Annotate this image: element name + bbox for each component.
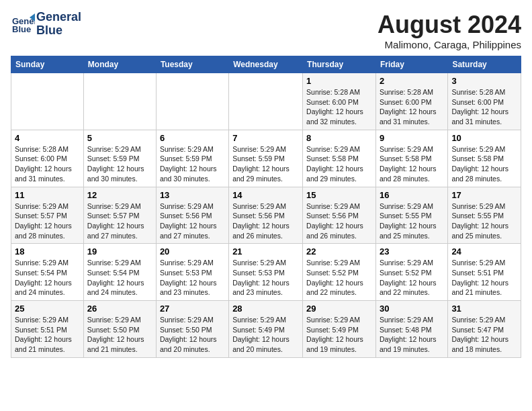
- calendar-cell: 22Sunrise: 5:29 AM Sunset: 5:52 PM Dayli…: [303, 244, 376, 301]
- calendar-table: Sunday Monday Tuesday Wednesday Thursday…: [11, 56, 521, 358]
- day-number: 3: [451, 76, 517, 86]
- calendar-cell: 29Sunrise: 5:29 AM Sunset: 5:49 PM Dayli…: [303, 301, 376, 358]
- header-saturday: Saturday: [448, 56, 521, 73]
- day-number: 15: [306, 190, 372, 200]
- day-number: 2: [380, 76, 444, 86]
- day-number: 18: [15, 246, 80, 257]
- day-number: 16: [380, 190, 444, 200]
- day-number: 27: [160, 304, 225, 314]
- day-info: Sunrise: 5:28 AM Sunset: 6:00 PM Dayligh…: [15, 144, 80, 184]
- week-row-1: 1Sunrise: 5:28 AM Sunset: 6:00 PM Daylig…: [11, 73, 521, 130]
- day-number: 19: [87, 246, 152, 257]
- header-friday: Friday: [375, 56, 447, 73]
- calendar-cell: 4Sunrise: 5:28 AM Sunset: 6:00 PM Daylig…: [11, 130, 84, 187]
- calendar-cell: 12Sunrise: 5:29 AM Sunset: 5:57 PM Dayli…: [83, 187, 156, 244]
- day-number: 17: [451, 190, 517, 200]
- day-info: Sunrise: 5:29 AM Sunset: 5:57 PM Dayligh…: [87, 201, 152, 241]
- day-info: Sunrise: 5:28 AM Sunset: 6:00 PM Dayligh…: [306, 87, 372, 127]
- calendar-header: Sunday Monday Tuesday Wednesday Thursday…: [11, 56, 521, 73]
- calendar-cell: 17Sunrise: 5:29 AM Sunset: 5:55 PM Dayli…: [448, 187, 521, 244]
- day-info: Sunrise: 5:29 AM Sunset: 5:53 PM Dayligh…: [160, 258, 225, 298]
- day-info: Sunrise: 5:29 AM Sunset: 5:57 PM Dayligh…: [15, 201, 80, 241]
- calendar-cell: 26Sunrise: 5:29 AM Sunset: 5:50 PM Dayli…: [83, 301, 156, 358]
- day-number: 8: [306, 133, 372, 143]
- day-number: 4: [15, 133, 80, 143]
- day-number: 24: [451, 246, 517, 257]
- day-info: Sunrise: 5:29 AM Sunset: 5:51 PM Dayligh…: [451, 258, 517, 298]
- calendar-cell: 23Sunrise: 5:29 AM Sunset: 5:52 PM Dayli…: [375, 244, 447, 301]
- header-sunday: Sunday: [11, 56, 84, 73]
- calendar-cell: 18Sunrise: 5:29 AM Sunset: 5:54 PM Dayli…: [11, 244, 84, 301]
- week-row-2: 4Sunrise: 5:28 AM Sunset: 6:00 PM Daylig…: [11, 130, 521, 187]
- week-row-3: 11Sunrise: 5:29 AM Sunset: 5:57 PM Dayli…: [11, 187, 521, 244]
- calendar-cell: [11, 73, 84, 130]
- day-info: Sunrise: 5:29 AM Sunset: 5:50 PM Dayligh…: [87, 315, 152, 355]
- day-number: 1: [306, 76, 372, 86]
- calendar-cell: [229, 73, 303, 130]
- logo: General Blue General Blue: [11, 11, 81, 38]
- day-info: Sunrise: 5:29 AM Sunset: 5:52 PM Dayligh…: [380, 258, 444, 298]
- day-number: 9: [380, 133, 444, 143]
- day-info: Sunrise: 5:29 AM Sunset: 5:48 PM Dayligh…: [380, 315, 444, 355]
- day-info: Sunrise: 5:29 AM Sunset: 5:59 PM Dayligh…: [87, 144, 152, 184]
- day-number: 14: [232, 190, 299, 200]
- header-thursday: Thursday: [303, 56, 376, 73]
- day-info: Sunrise: 5:29 AM Sunset: 5:56 PM Dayligh…: [306, 201, 372, 241]
- day-number: 12: [87, 190, 152, 200]
- day-number: 11: [15, 190, 80, 200]
- day-info: Sunrise: 5:29 AM Sunset: 5:52 PM Dayligh…: [306, 258, 372, 298]
- day-number: 20: [160, 246, 225, 257]
- calendar-cell: 19Sunrise: 5:29 AM Sunset: 5:54 PM Dayli…: [83, 244, 156, 301]
- day-info: Sunrise: 5:29 AM Sunset: 5:55 PM Dayligh…: [451, 201, 517, 241]
- day-number: 13: [160, 190, 225, 200]
- day-number: 23: [380, 246, 444, 257]
- day-info: Sunrise: 5:29 AM Sunset: 5:54 PM Dayligh…: [15, 258, 80, 298]
- day-info: Sunrise: 5:29 AM Sunset: 5:59 PM Dayligh…: [160, 144, 225, 184]
- day-info: Sunrise: 5:29 AM Sunset: 5:56 PM Dayligh…: [232, 201, 299, 241]
- day-number: 6: [160, 133, 225, 143]
- title-block: August 2024 Malimono, Caraga, Philippine…: [378, 11, 521, 50]
- header-tuesday: Tuesday: [156, 56, 228, 73]
- calendar-cell: 21Sunrise: 5:29 AM Sunset: 5:53 PM Dayli…: [229, 244, 303, 301]
- day-info: Sunrise: 5:29 AM Sunset: 5:58 PM Dayligh…: [380, 144, 444, 184]
- week-row-4: 18Sunrise: 5:29 AM Sunset: 5:54 PM Dayli…: [11, 244, 521, 301]
- calendar-cell: 2Sunrise: 5:28 AM Sunset: 6:00 PM Daylig…: [375, 73, 447, 130]
- calendar-cell: 13Sunrise: 5:29 AM Sunset: 5:56 PM Dayli…: [156, 187, 228, 244]
- day-info: Sunrise: 5:28 AM Sunset: 6:00 PM Dayligh…: [451, 87, 517, 127]
- logo-text-line1: General: [36, 11, 81, 24]
- calendar-cell: 9Sunrise: 5:29 AM Sunset: 5:58 PM Daylig…: [375, 130, 447, 187]
- day-info: Sunrise: 5:29 AM Sunset: 5:56 PM Dayligh…: [160, 201, 225, 241]
- calendar-cell: 8Sunrise: 5:29 AM Sunset: 5:58 PM Daylig…: [303, 130, 376, 187]
- calendar-cell: 11Sunrise: 5:29 AM Sunset: 5:57 PM Dayli…: [11, 187, 84, 244]
- calendar-cell: 16Sunrise: 5:29 AM Sunset: 5:55 PM Dayli…: [375, 187, 447, 244]
- day-info: Sunrise: 5:29 AM Sunset: 5:59 PM Dayligh…: [232, 144, 299, 184]
- day-info: Sunrise: 5:29 AM Sunset: 5:53 PM Dayligh…: [232, 258, 299, 298]
- calendar-cell: 10Sunrise: 5:29 AM Sunset: 5:58 PM Dayli…: [448, 130, 521, 187]
- svg-text:Blue: Blue: [12, 24, 31, 34]
- calendar-cell: 5Sunrise: 5:29 AM Sunset: 5:59 PM Daylig…: [83, 130, 156, 187]
- day-number: 7: [232, 133, 299, 143]
- day-number: 5: [87, 133, 152, 143]
- day-number: 29: [306, 304, 372, 314]
- day-info: Sunrise: 5:28 AM Sunset: 6:00 PM Dayligh…: [380, 87, 444, 127]
- calendar-cell: 20Sunrise: 5:29 AM Sunset: 5:53 PM Dayli…: [156, 244, 228, 301]
- day-number: 26: [87, 304, 152, 314]
- calendar-cell: [156, 73, 228, 130]
- header-row: Sunday Monday Tuesday Wednesday Thursday…: [11, 56, 521, 73]
- day-info: Sunrise: 5:29 AM Sunset: 5:51 PM Dayligh…: [15, 315, 80, 355]
- calendar-title: August 2024: [378, 11, 521, 39]
- logo-icon: General Blue: [11, 12, 35, 36]
- calendar-cell: 31Sunrise: 5:29 AM Sunset: 5:47 PM Dayli…: [448, 301, 521, 358]
- week-row-5: 25Sunrise: 5:29 AM Sunset: 5:51 PM Dayli…: [11, 301, 521, 358]
- day-number: 22: [306, 246, 372, 257]
- calendar-cell: 24Sunrise: 5:29 AM Sunset: 5:51 PM Dayli…: [448, 244, 521, 301]
- calendar-cell: 7Sunrise: 5:29 AM Sunset: 5:59 PM Daylig…: [229, 130, 303, 187]
- day-info: Sunrise: 5:29 AM Sunset: 5:54 PM Dayligh…: [87, 258, 152, 298]
- day-number: 21: [232, 246, 299, 257]
- day-info: Sunrise: 5:29 AM Sunset: 5:47 PM Dayligh…: [451, 315, 517, 355]
- calendar-cell: 27Sunrise: 5:29 AM Sunset: 5:50 PM Dayli…: [156, 301, 228, 358]
- calendar-cell: 6Sunrise: 5:29 AM Sunset: 5:59 PM Daylig…: [156, 130, 228, 187]
- day-number: 31: [451, 304, 517, 314]
- calendar-subtitle: Malimono, Caraga, Philippines: [378, 39, 521, 50]
- day-number: 25: [15, 304, 80, 314]
